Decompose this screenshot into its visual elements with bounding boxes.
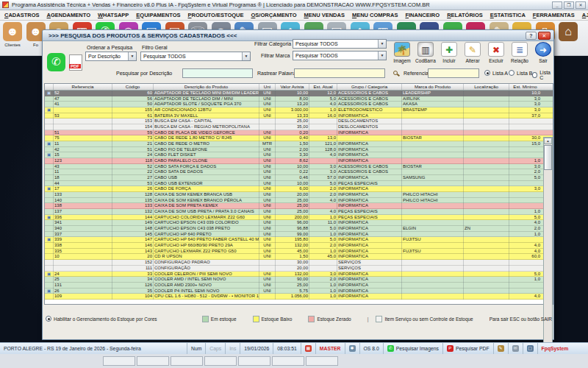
rastrear-input[interactable]: [294, 68, 385, 78]
menu-item-financeiro[interactable]: FINANCEIRO: [405, 12, 440, 18]
desc-search-input[interactable]: [182, 68, 253, 78]
table-row[interactable]: 4251CABO FIO DE TELEFONEUNI2,00128,0INFO…: [45, 147, 553, 153]
column-header[interactable]: Código: [112, 84, 154, 90]
table-row[interactable]: 338146CARTUCHO HP 660/80/90 PRETO 29AUNI…: [45, 243, 553, 249]
monitor-icon[interactable]: ▢: [523, 343, 538, 354]
menu-item-os-or-amento[interactable]: OS/ORÇAMENTO: [251, 12, 297, 18]
chevron-down-icon[interactable]: ▼: [242, 52, 250, 60]
toolbar-clientes-button[interactable]: ☻Clientes: [1, 22, 24, 47]
menu-item-whatsapp[interactable]: WHATSAPP: [98, 12, 129, 18]
dialog-close-button[interactable]: ✕: [538, 32, 551, 40]
ordenar-combo[interactable]: Por Descrição▼: [85, 52, 137, 61]
minimize-button[interactable]: _: [552, 1, 562, 9]
table-row[interactable]: ▣339147CARTUCHO HP 640 PRETO FABER CASTE…: [45, 237, 553, 243]
lista-c-radio[interactable]: Lista C: [532, 70, 553, 80]
menu-item-menu-compras[interactable]: MENU COMPRAS: [352, 12, 398, 18]
chevron-down-icon[interactable]: ▼: [378, 40, 386, 48]
referencia-input[interactable]: [428, 68, 479, 78]
vertical-scrollbar[interactable]: ▲ ▼: [543, 137, 553, 358]
menu-item-agendamento[interactable]: AGENDAMENTO: [47, 12, 90, 18]
column-header[interactable]: Est. Atual: [309, 84, 337, 90]
toggle-radio-icon[interactable]: [46, 316, 51, 322]
relacao-button[interactable]: ≣Relação: [509, 42, 531, 63]
marca-combo[interactable]: Pesquisar TODOS▼: [293, 51, 387, 60]
table-row[interactable]: 123118CABO PARALELO CLONEUNI8,62INFORMAT…: [45, 158, 553, 164]
column-header[interactable]: Descrição do Produto: [154, 84, 259, 90]
table-row[interactable]: 111CONFIGURAÇÃO20,00SERVIÇOS: [45, 266, 553, 272]
table-row[interactable]: ▣2635COOLER P4 INTEL SEMI NOVOUNI5,751,0…: [45, 289, 553, 294]
maximize-button[interactable]: ❐: [564, 1, 574, 9]
close-button[interactable]: ✕: [576, 1, 586, 9]
menu-item-equipamentos[interactable]: EQUIPAMENTOS: [136, 12, 180, 18]
imagem-button[interactable]: 🌴Imagem: [391, 42, 413, 63]
menu-item-ajuda[interactable]: AJUDA: [582, 12, 588, 18]
mail-icon[interactable]: ✉: [509, 343, 523, 354]
search-pdf-button[interactable]: PPesquisar PDF: [443, 343, 494, 354]
categoria-combo[interactable]: Pesquisar TODOS▼: [293, 39, 387, 49]
menu-item-relat-rios[interactable]: RELATÓRIOS: [447, 12, 483, 18]
scroll-up-icon[interactable]: ▲: [544, 138, 552, 144]
stock-color-toggle[interactable]: Habilitar o Gerenciamento do Estoque por…: [46, 316, 202, 322]
filtro-geral-combo[interactable]: Pesquisar TODOS▼: [140, 52, 251, 61]
table-row[interactable]: 2534COOLER AMD / INTEL SEMI NOVOUNI90,00…: [45, 277, 553, 283]
column-header[interactable]: Est. Minimo: [509, 84, 541, 90]
excluir-button[interactable]: ✖Excluir: [485, 42, 507, 63]
menu-item-estatistica[interactable]: ESTATISTICA: [490, 12, 526, 18]
table-row[interactable]: 109104CPU CEL 1.6 - HD80 - 512 - DVDRW -…: [45, 294, 553, 300]
table-row[interactable]: ▣5260ADAPTADOR DE TECLADO MINI DIM/DIM L…: [45, 91, 553, 96]
table-row[interactable]: 154BUSCA EM CASA - REGIAO METROPOLITANA3…: [45, 124, 553, 130]
column-header[interactable]: Uni: [259, 84, 276, 90]
table-row[interactable]: 337145CARTUCHO HP 640 PRETOUNI99,001,0IN…: [45, 232, 553, 238]
table-row[interactable]: 152CONFIGURAÇAO PADRAO30,00SERVIÇOS: [45, 260, 553, 266]
column-header[interactable]: Localização: [464, 84, 509, 90]
vscroll-thumb[interactable]: [544, 145, 552, 170]
table-row[interactable]: 341149CARTUCHO EPSON C43 039 COLORIDOUNI…: [45, 220, 553, 226]
table-row[interactable]: ▣336144CARTUCHO COLORIDO LEXMARK Z22 G60…: [45, 215, 553, 221]
alterar-button[interactable]: ✎Alterar: [462, 42, 484, 63]
codbarra-button[interactable]: ▥CodBarra: [415, 42, 437, 63]
table-row[interactable]: 1122CABO SATA DE DADOSUNI0,223,0ACESSORI…: [45, 169, 553, 175]
table-row[interactable]: ▣1524CABO FLET DISKETUNI3,304,0INFORMATI…: [45, 152, 553, 158]
sair-button[interactable]: ➜Sair: [532, 42, 554, 63]
menu-item-cadastros[interactable]: CADASTROS: [4, 12, 40, 18]
toolbar-sair-sistema-button[interactable]: ⌂: [557, 22, 579, 43]
incluir-button[interactable]: ✚Incluir: [438, 42, 460, 63]
chevron-down-icon[interactable]: ▼: [128, 52, 136, 60]
menu-item-produto-estoque[interactable]: PRODUTO/ESTOQUE: [188, 12, 244, 18]
table-row[interactable]: 335143CARTUCHO LEXMARK Z22 PRETO G50UNI4…: [45, 249, 553, 255]
table-row[interactable]: ▣1726CABO DE FORÇAUNI6,002,0INFORMATICA3…: [45, 186, 553, 192]
table-row[interactable]: 4453CABO USB EXTENSORUNI10,005,0PEÇAS ES…: [45, 181, 553, 187]
whatsapp-icon[interactable]: ✆: [47, 53, 65, 71]
table-row[interactable]: 1827CABO USBUNI0,4657,0INFORMATICASAMSUN…: [45, 175, 553, 181]
table-row[interactable]: 137132CAIXA DE SOM USB PRETA / PRATA 3.0…: [45, 209, 553, 215]
table-row[interactable]: 133128CAIXA DE SOM KEMEX BRANCA USBUNI20…: [45, 192, 553, 198]
search-images-button[interactable]: ✆Pesquisar Imagens: [384, 343, 443, 354]
table-row[interactable]: 4352CABO SATA FORÇA E DADOSUNI10,003,0AC…: [45, 164, 553, 170]
table-row[interactable]: 131126COOLER AMD 2300+ NOVOUNI25,001,0IN…: [45, 283, 553, 289]
table-row[interactable]: 138133CAIXA DE SOM PRETA KEMEXUNI25,00IN…: [45, 203, 553, 209]
table-row[interactable]: 153BUSCA EM CASA - CAPITAL25,00DESLOCAME…: [45, 118, 553, 124]
menu-item-menu-vendas[interactable]: MENU VENDAS: [304, 12, 344, 18]
lista-b-radio[interactable]: Lista B: [509, 70, 532, 76]
table-row[interactable]: 140135CAIXA DE SOM KEMEX BRANCO PÉROLAUN…: [45, 198, 553, 204]
column-header[interactable]: Referencia: [54, 84, 112, 90]
menu-item-ferramentas[interactable]: FERRAMENTAS: [533, 12, 575, 18]
table-row[interactable]: 1020CD R UPSONUNI1,5045,0INFORMATICA60,0: [45, 254, 553, 260]
dialog-help-button[interactable]: ?: [526, 32, 537, 40]
table-row[interactable]: 5159CABO DE PLACA DE VIDEO GEFORCEUNI0,2…: [45, 130, 553, 136]
table-row[interactable]: ▣155AR CONDICIONADO 12BTUUNI3.000,001,0E…: [45, 107, 553, 113]
pdf-icon[interactable]: PDF: [69, 54, 82, 71]
lista-a-radio[interactable]: Lista A: [484, 70, 508, 76]
column-header[interactable]: Grupo / Categoria: [337, 84, 402, 90]
table-row[interactable]: ▣1121CABO DE REDE O METROMTR1,50121,0INF…: [45, 141, 553, 147]
table-row[interactable]: 5361BATERIA 3V MAXELLUNI13,3316,0INFORMA…: [45, 113, 553, 119]
table-row[interactable]: 7573CABO DE REDE 1,80 METRO C/ RJ45UNI0,…: [45, 135, 553, 141]
column-header[interactable]: Valor Avista: [276, 84, 309, 90]
table-row[interactable]: ▣2433COOLER CELERON / PIII SEMI NOVOUNI1…: [45, 272, 553, 277]
chevron-down-icon[interactable]: ▼: [378, 52, 386, 60]
printer-icon[interactable]: ✎: [494, 343, 509, 354]
table-row[interactable]: 340148CARTUCHO EPSON C43 038 PRETOUNI96,…: [45, 226, 553, 232]
table-row[interactable]: 4150ADAPTADOR SLOTE / SOQUETE PGA 370UNI…: [45, 102, 553, 107]
table-row[interactable]: 4756ADAPTADOR DE TECLADO DIM / MINIUNI8,…: [45, 96, 553, 102]
column-header[interactable]: Marca do Produto: [402, 84, 464, 90]
